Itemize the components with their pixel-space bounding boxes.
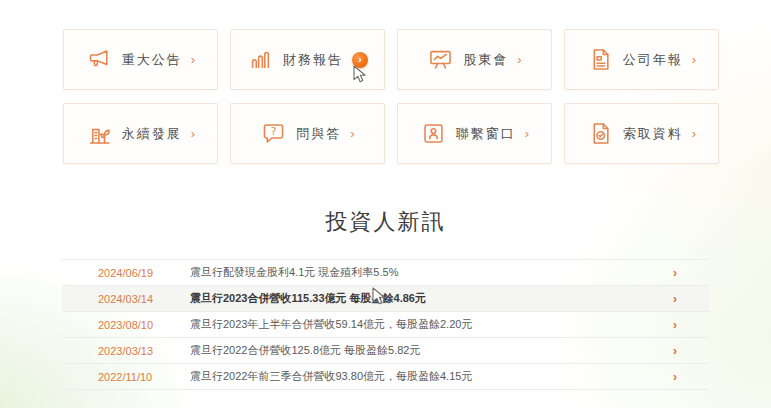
news-date: 2023/08/10 [98, 319, 190, 331]
quick-link-label: 財務報告 [283, 51, 343, 69]
arrow-badge-icon: › [352, 52, 368, 68]
contact-person-icon [420, 120, 447, 147]
quick-link-label: 聯繫窗口 [456, 125, 516, 143]
quick-link-button-6[interactable]: 聯繫窗口 › [397, 103, 552, 164]
presentation-icon [427, 46, 454, 73]
investor-relations-page: 重大公告 › 財務報告 › 股東會 › 公司年報 › 永續發展 › ? 問與答 … [0, 0, 771, 408]
news-title: 震旦行2022年前三季合併營收93.80億元，每股盈餘4.15元 [190, 369, 673, 384]
chevron-right-icon: › [673, 371, 677, 383]
news-title: 震旦行配發現金股利4.1元 現金殖利率5.5% [190, 265, 673, 280]
quick-link-button-7[interactable]: 索取資料 › [564, 103, 719, 164]
news-row[interactable]: 2024/06/19 震旦行配發現金股利4.1元 現金殖利率5.5% › [62, 260, 709, 286]
news-title: 震旦行2023合併營收115.33億元 每股盈餘4.86元 [190, 291, 673, 306]
annual-report-icon [587, 46, 614, 73]
news-title: 震旦行2022合併營收125.8億元 每股盈餘5.82元 [190, 343, 673, 358]
news-row[interactable]: 2022/11/10 震旦行2022年前三季合併營收93.80億元，每股盈餘4.… [62, 364, 709, 390]
quick-link-button-4[interactable]: 永續發展 › [63, 103, 218, 164]
chevron-right-icon: › [673, 319, 677, 331]
news-title: 震旦行2023年上半年合併營收59.14億元，每股盈餘2.20元 [190, 317, 673, 332]
quick-link-label: 問與答 [296, 125, 341, 143]
quick-link-label: 重大公告 [122, 51, 182, 69]
news-row[interactable]: 2024/03/14 震旦行2023合併營收115.33億元 每股盈餘4.86元… [62, 286, 709, 312]
chevron-right-icon: › [673, 293, 677, 305]
news-date: 2023/03/13 [98, 345, 190, 357]
document-check-icon [587, 120, 614, 147]
quick-links-grid: 重大公告 › 財務報告 › 股東會 › 公司年報 › 永續發展 › ? 問與答 … [63, 29, 719, 164]
chevron-right-icon: › [673, 345, 677, 357]
news-date: 2024/06/19 [98, 267, 190, 279]
quick-link-button-0[interactable]: 重大公告 › [63, 29, 218, 90]
quick-link-label: 索取資料 [623, 125, 683, 143]
chevron-right-icon: › [350, 127, 354, 140]
bar-chart-icon [247, 46, 274, 73]
qa-bubble-icon: ? [260, 120, 287, 147]
news-date: 2024/03/14 [98, 293, 190, 305]
news-row[interactable]: 2023/03/13 震旦行2022合併營收125.8億元 每股盈餘5.82元 … [62, 338, 709, 364]
investor-news-list: 2024/06/19 震旦行配發現金股利4.1元 現金殖利率5.5% › 202… [62, 259, 709, 390]
quick-link-button-1[interactable]: 財務報告 › [230, 29, 385, 90]
news-section-title: 投資人新訊 [0, 207, 771, 237]
chevron-right-icon: › [517, 53, 521, 66]
chevron-right-icon: › [191, 127, 195, 140]
quick-link-button-3[interactable]: 公司年報 › [564, 29, 719, 90]
quick-link-button-2[interactable]: 股東會 › [397, 29, 552, 90]
quick-link-label: 公司年報 [623, 51, 683, 69]
news-date: 2022/11/10 [98, 371, 190, 383]
chevron-right-icon: › [692, 53, 696, 66]
chevron-right-icon: › [191, 53, 195, 66]
quick-link-button-5[interactable]: ? 問與答 › [230, 103, 385, 164]
sustainability-icon [86, 120, 113, 147]
svg-text:?: ? [271, 125, 277, 138]
news-row[interactable]: 2023/08/10 震旦行2023年上半年合併營收59.14億元，每股盈餘2.… [62, 312, 709, 338]
quick-link-label: 永續發展 [122, 125, 182, 143]
quick-link-label: 股東會 [463, 51, 508, 69]
chevron-right-icon: › [525, 127, 529, 140]
chevron-right-icon: › [673, 267, 677, 279]
megaphone-icon [86, 46, 113, 73]
chevron-right-icon: › [692, 127, 696, 140]
